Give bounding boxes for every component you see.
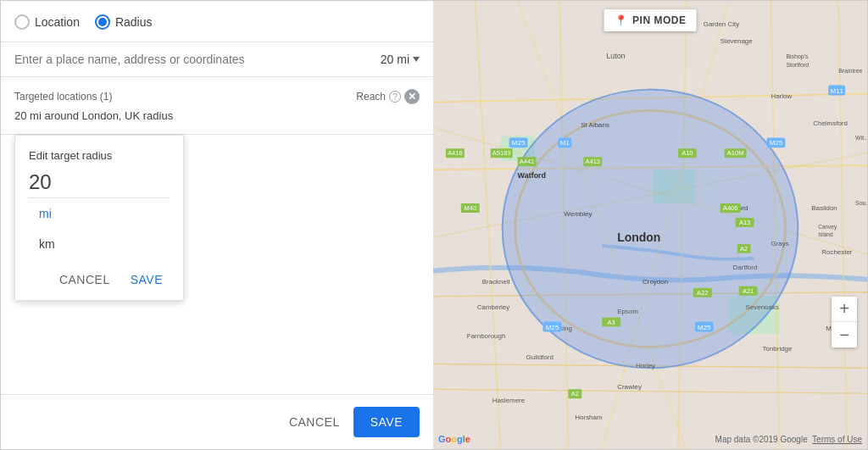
svg-text:M25: M25 [698, 324, 711, 331]
svg-text:Epsom: Epsom [617, 308, 638, 315]
edit-radius-title: Edit target radius [29, 149, 170, 162]
svg-text:Braintree: Braintree [838, 68, 862, 74]
map-svg: Luton Stevenage Garden City St Albans Wa… [433, 1, 867, 449]
cancel-button[interactable]: CANCEL [289, 415, 340, 429]
svg-text:St Albans: St Albans [581, 121, 609, 129]
pin-mode-button[interactable]: 📍 PIN MODE [604, 9, 697, 31]
svg-text:Harlow: Harlow [771, 92, 792, 100]
svg-text:Wit...: Wit... [855, 135, 867, 141]
bottom-actions: CANCEL SAVE [1, 394, 433, 449]
svg-text:Horley: Horley [636, 362, 655, 369]
radio-location-circle [14, 14, 30, 30]
svg-text:A418: A418 [448, 149, 462, 157]
zoom-in-button[interactable]: + [832, 297, 857, 322]
svg-text:Wembley: Wembley [564, 210, 592, 218]
popup-actions: CANCEL SAVE [29, 259, 170, 300]
distance-unit: mi [397, 53, 409, 66]
radio-radius-label: Radius [115, 15, 153, 29]
radio-location[interactable]: Location [14, 14, 80, 30]
svg-text:A3: A3 [608, 319, 615, 326]
info-icon[interactable]: ? [389, 91, 401, 103]
radio-radius-circle [95, 14, 110, 30]
targeted-section: Targeted locations (1) Reach ? ✕ 20 mi a… [1, 77, 433, 135]
svg-text:A22: A22 [697, 289, 708, 297]
svg-text:A13: A13 [739, 219, 750, 226]
save-button[interactable]: SAVE [353, 407, 420, 437]
svg-text:Bracknell: Bracknell [482, 278, 510, 286]
svg-text:A10M: A10M [727, 149, 744, 157]
svg-text:M11: M11 [830, 87, 843, 95]
search-input[interactable] [14, 53, 374, 66]
svg-text:Chelmsford: Chelmsford [813, 119, 848, 127]
distance-value: 20 [381, 53, 394, 66]
svg-text:Bishop's: Bishop's [786, 53, 809, 60]
popup-wrapper: Edit target radius 20 mi km CANCEL SAVE [1, 135, 433, 301]
svg-text:M25: M25 [512, 139, 526, 147]
map-data-text: Map data ©2019 Google Terms of Use [715, 435, 862, 444]
svg-text:A2: A2 [740, 245, 748, 253]
svg-text:Horsham: Horsham [575, 414, 603, 421]
close-icon[interactable]: ✕ [404, 89, 420, 104]
svg-text:M1: M1 [560, 139, 570, 147]
svg-text:Stortford: Stortford [786, 62, 809, 68]
reach-row: Reach ? ✕ [356, 89, 420, 104]
svg-text:M25: M25 [546, 324, 559, 331]
svg-text:A413: A413 [586, 158, 600, 165]
pin-icon: 📍 [615, 14, 628, 26]
svg-text:Luton: Luton [606, 52, 625, 60]
svg-text:Canvey: Canvey [818, 224, 837, 231]
svg-text:A441: A441 [520, 158, 534, 165]
unit-option-mi[interactable]: mi [29, 198, 170, 229]
svg-text:Guildford: Guildford [526, 353, 554, 361]
search-row: 20 mi [1, 42, 433, 77]
distance-dropdown-arrow[interactable] [413, 57, 420, 62]
svg-text:Camberley: Camberley [477, 303, 509, 311]
svg-text:A2: A2 [571, 390, 579, 397]
svg-text:Stevenage: Stevenage [721, 37, 754, 45]
reach-label: Reach [356, 91, 386, 103]
svg-text:London: London [617, 231, 660, 244]
svg-text:Farnborough: Farnborough [467, 332, 506, 340]
svg-text:Sou...: Sou... [855, 200, 867, 206]
svg-text:Watford: Watford [518, 171, 546, 180]
radio-location-label: Location [35, 15, 80, 29]
svg-text:M25: M25 [770, 139, 783, 147]
unit-option-km[interactable]: km [29, 229, 170, 259]
svg-text:Tonbridge: Tonbridge [762, 345, 793, 353]
svg-text:Rochester: Rochester [821, 248, 853, 256]
svg-text:Basildon: Basildon [811, 204, 837, 212]
svg-text:Croydon: Croydon [643, 278, 668, 286]
edit-radius-popup: Edit target radius 20 mi km CANCEL SAVE [14, 135, 184, 301]
svg-text:A21: A21 [743, 287, 754, 295]
unit-options: mi km CANCEL SAVE [29, 197, 170, 300]
left-panel: Location Radius 20 mi Targeted locations… [1, 1, 433, 449]
svg-text:Grays: Grays [771, 240, 788, 247]
popup-cancel-button[interactable]: CANCEL [53, 268, 117, 292]
targeted-title: Targeted locations (1) [14, 91, 112, 103]
popup-save-button[interactable]: SAVE [124, 268, 170, 292]
distance-badge: 20 mi [381, 53, 420, 66]
targeted-header: Targeted locations (1) Reach ? ✕ [14, 89, 420, 104]
svg-text:Crawley: Crawley [617, 383, 642, 391]
svg-text:A5183: A5183 [492, 149, 511, 157]
svg-text:A10: A10 [682, 149, 693, 157]
svg-text:A406: A406 [723, 204, 737, 212]
map-panel: Luton Stevenage Garden City St Albans Wa… [433, 1, 867, 449]
svg-text:M40: M40 [465, 204, 477, 212]
radio-radius[interactable]: Radius [95, 14, 153, 30]
svg-text:Garden City: Garden City [704, 20, 739, 28]
svg-text:Sevenoaks: Sevenoaks [746, 303, 779, 311]
radio-row: Location Radius [1, 1, 433, 42]
edit-radius-value[interactable]: 20 [29, 170, 170, 194]
svg-text:Dartford: Dartford [733, 264, 758, 271]
zoom-out-button[interactable]: − [832, 322, 857, 347]
google-logo: Google [438, 434, 470, 444]
targeted-entry: 20 mi around London, UK radius [14, 109, 420, 122]
zoom-controls: + − [832, 297, 857, 347]
svg-text:Island: Island [818, 231, 833, 237]
pin-mode-label: PIN MODE [632, 14, 686, 26]
svg-text:Haslemere: Haslemere [492, 397, 526, 404]
